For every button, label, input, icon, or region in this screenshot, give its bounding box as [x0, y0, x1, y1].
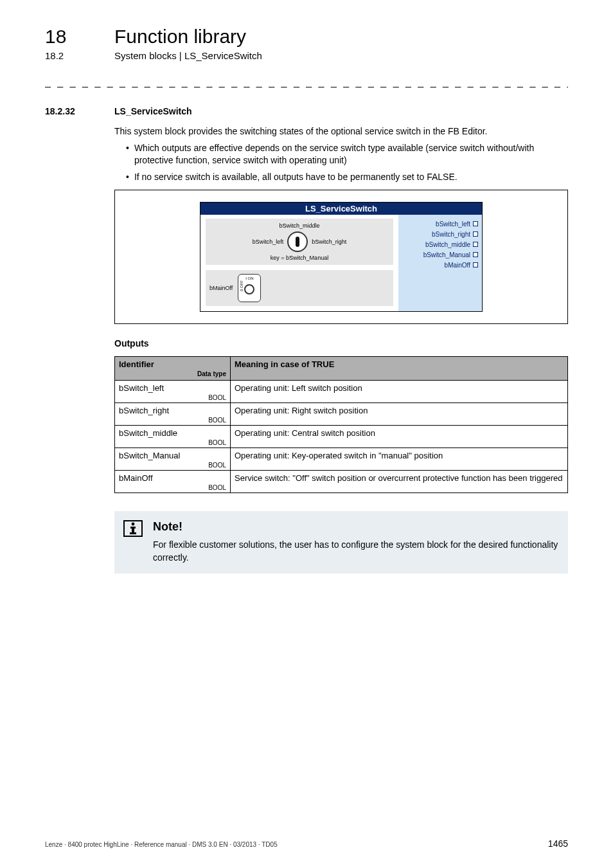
row-meaning: Operating unit: Right switch position [231, 403, 568, 426]
row-dtype: BOOL [119, 417, 226, 424]
bullet-text: Which outputs are effective depends on t… [134, 142, 568, 167]
diagram-mainoff-label: bMainOff [209, 285, 233, 291]
section-title: LS_ServiceSwitch [114, 106, 192, 116]
diagram-output-label: bSwitch_right [432, 231, 470, 238]
page-number: 1465 [548, 838, 568, 849]
row-identifier: bSwitch_middle [119, 428, 177, 438]
row-identifier: bSwitch_Manual [119, 451, 180, 460]
diagram-label-left: bSwitch_left [253, 239, 284, 245]
connector-icon [473, 252, 478, 257]
connector-icon [473, 262, 478, 267]
key-off-label: 0 OFF [240, 280, 244, 291]
diagram-outputs-panel: bSwitch_left bSwitch_right bSwitch_middl… [398, 215, 482, 311]
row-dtype: BOOL [119, 484, 226, 491]
diagram-frame: LS_ServiceSwitch bSwitch_middle bSwitch_… [114, 190, 568, 324]
row-dtype: BOOL [119, 439, 226, 446]
row-identifier: bSwitch_right [119, 406, 169, 415]
chapter-number: 18 [45, 26, 96, 48]
outputs-table: Identifier Data type Meaning in case of … [114, 356, 568, 493]
info-icon [123, 520, 143, 537]
diagram-key-panel: bMainOff I ON 0 OFF [206, 270, 393, 306]
diagram-switch-panel: bSwitch_middle bSwitch_left bSwitch_righ… [206, 219, 393, 265]
diagram-output-label: bSwitch_left [436, 221, 470, 228]
table-row: bSwitch_rightBOOL Operating unit: Right … [115, 403, 568, 426]
table-header-meaning: Meaning in case of TRUE [231, 357, 568, 381]
row-meaning: Service switch: "Off" switch position or… [231, 471, 568, 493]
outputs-heading: Outputs [114, 338, 568, 348]
row-meaning: Operating unit: Central switch position [231, 426, 568, 448]
section-number: 18.2.32 [45, 106, 96, 116]
table-header-id-text: Identifier [119, 359, 154, 369]
table-row: bSwitch_middleBOOL Operating unit: Centr… [115, 426, 568, 448]
diagram-output-label: bSwitch_Manual [423, 251, 470, 258]
connector-icon [473, 221, 478, 226]
diagram-output-label: bSwitch_middle [425, 241, 470, 248]
table-header-identifier: Identifier Data type [115, 357, 231, 381]
note-title: Note! [153, 520, 559, 534]
diagram-block: LS_ServiceSwitch bSwitch_middle bSwitch_… [200, 202, 483, 312]
diagram-label-bottom: key = bSwitch_Manual [209, 255, 389, 261]
key-switch-icon: I ON 0 OFF [238, 274, 261, 302]
chapter-title: Function library [114, 26, 246, 48]
table-header-dtype-text: Data type [119, 370, 226, 377]
diagram-label-right: bSwitch_right [312, 239, 346, 245]
svg-rect-2 [132, 527, 134, 533]
table-row: bSwitch_leftBOOL Operating unit: Left sw… [115, 381, 568, 403]
footer-left: Lenze · 8400 protec HighLine · Reference… [45, 841, 278, 848]
connector-icon [473, 231, 478, 237]
bullet-marker: • [126, 171, 129, 184]
connector-icon [473, 242, 478, 247]
subsection-title: System blocks | LS_ServiceSwitch [114, 50, 262, 61]
note-box: Note! For flexible customer solutions, t… [114, 511, 568, 573]
page-footer: Lenze · 8400 protec HighLine · Reference… [45, 838, 568, 849]
row-identifier: bMainOff [119, 473, 153, 483]
table-row: bSwitch_ManualBOOL Operating unit: Key-o… [115, 448, 568, 471]
svg-rect-3 [130, 532, 136, 534]
row-meaning: Operating unit: Key-operated switch in "… [231, 448, 568, 471]
diagram-label-top: bSwitch_middle [209, 222, 389, 229]
diagram-output-label: bMainOff [445, 262, 470, 269]
key-on-label: I ON [245, 276, 253, 280]
row-dtype: BOOL [119, 394, 226, 401]
row-identifier: bSwitch_left [119, 383, 164, 393]
note-text: For flexible customer solutions, the use… [153, 539, 559, 564]
diagram-title: LS_ServiceSwitch [200, 203, 482, 215]
row-meaning: Operating unit: Left switch position [231, 381, 568, 403]
divider: _ _ _ _ _ _ _ _ _ _ _ _ _ _ _ _ _ _ _ _ … [45, 77, 568, 88]
bullet-text: If no service switch is available, all o… [134, 171, 458, 184]
svg-point-0 [132, 523, 135, 526]
bullet-marker: • [126, 142, 129, 167]
intro-paragraph: This system block provides the switching… [114, 125, 568, 138]
subsection-number: 18.2 [45, 50, 96, 61]
row-dtype: BOOL [119, 462, 226, 469]
table-row: bMainOffBOOL Service switch: "Off" switc… [115, 471, 568, 493]
rotary-switch-icon [287, 231, 308, 252]
